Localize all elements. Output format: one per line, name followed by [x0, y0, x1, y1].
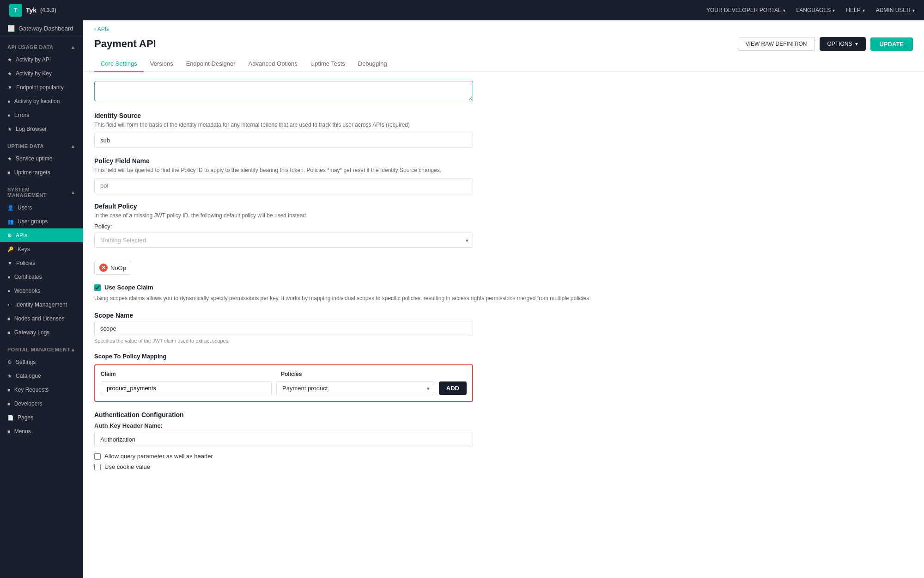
noop-tag: ✕ NoOp [94, 261, 131, 275]
developer-portal-link[interactable]: YOUR DEVELOPER PORTAL ▾ [706, 7, 785, 13]
update-button[interactable]: UPDATE [870, 37, 913, 51]
gateway-dashboard-label: Gateway Dashboard [18, 25, 73, 32]
sidebar-item-errors[interactable]: ● Errors [0, 108, 83, 122]
scope-name-input[interactable] [94, 321, 473, 336]
sidebar-item-nodes-licenses[interactable]: ■ Nodes and Licenses [0, 312, 83, 326]
chevron-down-icon: ▾ [912, 8, 915, 13]
sidebar-section-system[interactable]: System Management ▲ [0, 179, 83, 201]
star-icon: ★ [7, 57, 12, 63]
use-scope-claim-checkbox[interactable] [94, 284, 101, 291]
default-policy-label: Default Policy [94, 203, 913, 210]
tab-core-settings[interactable]: Core Settings [94, 56, 144, 72]
sidebar-item-apis[interactable]: ⚙ APIs [0, 228, 83, 242]
gear-icon: ⚙ [7, 359, 12, 365]
sidebar-item-gateway-dashboard[interactable]: ⬜ Gateway Dashboard [0, 20, 83, 37]
scope-name-section: Scope Name Specifies the value of the JW… [94, 312, 913, 344]
scope-add-button[interactable]: ADD [439, 381, 467, 395]
scope-claim-input[interactable] [101, 381, 272, 395]
tab-endpoint-designer[interactable]: Endpoint Designer [180, 56, 242, 72]
top-textarea[interactable] [94, 81, 473, 101]
sidebar-item-activity-by-api[interactable]: ★ Activity by API [0, 53, 83, 67]
noop-tag-section: ✕ NoOp [94, 257, 913, 275]
use-cookie-row: Use cookie value [94, 463, 913, 470]
breadcrumb-apis-link[interactable]: ‹ APIs [94, 26, 109, 32]
scope-policy-select[interactable]: Payment product [276, 381, 434, 395]
square-icon: ■ [7, 170, 11, 175]
scope-name-label: Scope Name [94, 312, 913, 319]
policy-field-description: This field will be queried to find the P… [94, 166, 913, 174]
scope-to-policy-section: Scope To Policy Mapping Claim Policies P… [94, 353, 913, 402]
arrow-icon: ▼ [7, 260, 12, 266]
sidebar-item-menus[interactable]: ■ Menus [0, 424, 83, 438]
sidebar-section-portal[interactable]: Portal Management ▲ [0, 339, 83, 355]
collapse-icon: ▲ [71, 44, 76, 50]
use-cookie-label: Use cookie value [104, 463, 150, 470]
sidebar-item-pages[interactable]: 📄 Pages [0, 411, 83, 424]
auth-config-header: Authentication Configuration [94, 411, 913, 418]
scope-name-hint: Specifies the value of the JWT claim use… [94, 338, 913, 344]
tab-debugging[interactable]: Debugging [352, 56, 394, 72]
languages-link[interactable]: LANGUAGES ▾ [796, 7, 835, 13]
sidebar: ⬜ Gateway Dashboard API Usage Data ▲ ★ A… [0, 20, 83, 578]
sidebar-item-developers[interactable]: ■ Developers [0, 397, 83, 411]
sidebar-section-api-usage[interactable]: API Usage Data ▲ [0, 37, 83, 53]
view-raw-button[interactable]: VIEW RAW DEFINITION [738, 37, 815, 51]
sidebar-item-key-requests[interactable]: ■ Key Requests [0, 383, 83, 397]
tabs: Core Settings Versions Endpoint Designer… [83, 51, 924, 72]
sidebar-item-activity-by-key[interactable]: ★ Activity by Key [0, 67, 83, 80]
noop-remove-button[interactable]: ✕ [99, 264, 108, 272]
sidebar-item-certificates[interactable]: ● Certificates [0, 270, 83, 284]
identity-source-input[interactable] [94, 133, 473, 148]
star-icon: ★ [7, 373, 12, 379]
sidebar-item-uptime-targets[interactable]: ■ Uptime targets [0, 166, 83, 179]
arrow-icon: ↩ [7, 302, 12, 308]
use-scope-claim-label: Use Scope Claim [104, 284, 153, 291]
layout: ⬜ Gateway Dashboard API Usage Data ▲ ★ A… [0, 20, 924, 578]
sidebar-item-keys[interactable]: 🔑 Keys [0, 242, 83, 256]
sidebar-section-uptime[interactable]: Uptime Data ▲ [0, 136, 83, 152]
allow-query-param-checkbox[interactable] [94, 453, 101, 460]
sidebar-item-catalogue[interactable]: ★ Catalogue [0, 369, 83, 383]
star-icon: ★ [7, 71, 12, 77]
options-button[interactable]: OPTIONS ▾ [820, 37, 866, 51]
tab-advanced-options[interactable]: Advanced Options [242, 56, 304, 72]
sidebar-item-webhooks[interactable]: ● Webhooks [0, 284, 83, 298]
sidebar-item-activity-by-location[interactable]: ● Activity by location [0, 94, 83, 108]
scope-policy-wrapper: Payment product ▾ [276, 381, 434, 395]
star-icon: ★ [7, 126, 12, 132]
admin-user-link[interactable]: ADMIN USER ▾ [876, 7, 915, 13]
use-cookie-checkbox[interactable] [94, 464, 101, 470]
star-icon: ★ [7, 156, 12, 162]
scope-mapping-columns: Claim Policies [101, 371, 467, 377]
users-icon: 👥 [7, 219, 14, 225]
top-textarea-section [94, 81, 913, 103]
sidebar-item-policies[interactable]: ▼ Policies [0, 256, 83, 270]
help-link[interactable]: HELP ▾ [846, 7, 864, 13]
allow-query-param-label: Allow query parameter as well as header [104, 453, 213, 460]
arrow-icon: ▼ [7, 85, 12, 90]
sidebar-item-service-uptime[interactable]: ★ Service uptime [0, 152, 83, 166]
tab-versions[interactable]: Versions [144, 56, 180, 72]
user-icon: 👤 [7, 205, 14, 211]
policy-field-section: Policy Field Name This field will be que… [94, 157, 913, 193]
sidebar-item-users[interactable]: 👤 Users [0, 201, 83, 215]
policy-field-input[interactable] [94, 178, 473, 193]
square-icon: ■ [7, 316, 11, 321]
auth-key-header-input[interactable] [94, 432, 473, 447]
sidebar-item-identity-management[interactable]: ↩ Identity Management [0, 298, 83, 312]
tab-uptime-tests[interactable]: Uptime Tests [304, 56, 352, 72]
sidebar-item-settings[interactable]: ⚙ Settings [0, 355, 83, 369]
scope-mapping-header: Scope To Policy Mapping [94, 353, 913, 360]
default-policy-section: Default Policy In the case of a missing … [94, 203, 913, 248]
sidebar-item-gateway-logs[interactable]: ■ Gateway Logs [0, 326, 83, 339]
square-icon: ■ [7, 401, 11, 406]
page-title: Payment API [94, 38, 738, 50]
breadcrumb: ‹ APIs [83, 20, 924, 32]
sidebar-item-user-groups[interactable]: 👥 User groups [0, 215, 83, 228]
form-content: Identity Source This field will form the… [83, 72, 924, 489]
circle-icon: ● [7, 288, 11, 294]
default-policy-select[interactable]: Nothing Selected [94, 233, 473, 248]
sidebar-item-endpoint-popularity[interactable]: ▼ Endpoint popularity [0, 80, 83, 94]
sidebar-item-log-browser[interactable]: ★ Log Browser [0, 122, 83, 136]
use-scope-claim-section: Use Scope Claim Using scopes claims allo… [94, 284, 913, 302]
